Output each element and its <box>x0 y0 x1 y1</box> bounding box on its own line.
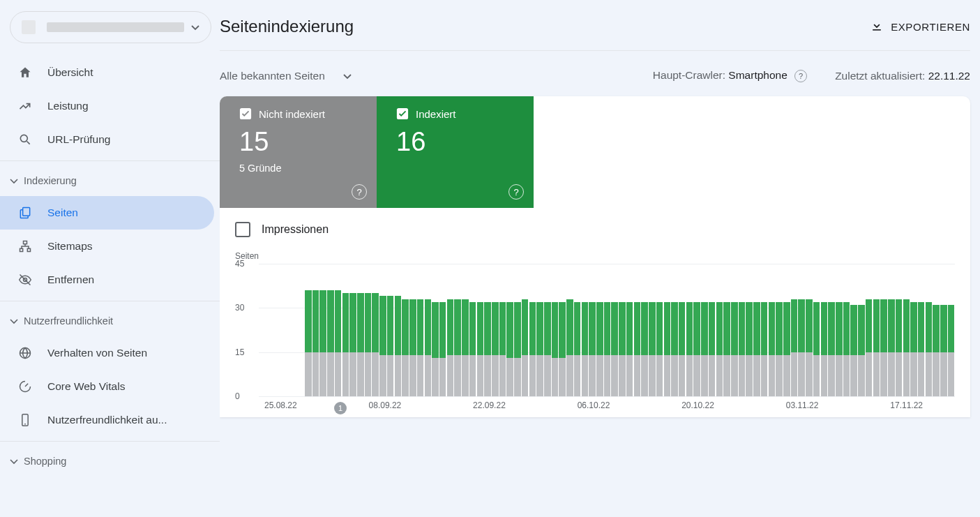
sidebar-item-removals[interactable]: Entfernen <box>0 263 214 297</box>
bar[interactable] <box>866 264 873 396</box>
bar[interactable] <box>701 264 708 396</box>
bar[interactable] <box>836 264 843 396</box>
bar[interactable] <box>499 264 506 396</box>
bar[interactable] <box>761 264 768 396</box>
bar[interactable] <box>395 264 402 396</box>
sidebar-item-pages[interactable]: Seiten <box>0 196 214 230</box>
help-icon[interactable]: ? <box>352 184 367 200</box>
impressions-toggle[interactable]: Impressionen <box>220 208 970 241</box>
bar[interactable] <box>439 264 446 396</box>
sidebar-section-shopping[interactable]: Shopping <box>0 446 214 477</box>
bar[interactable] <box>850 264 857 396</box>
bar[interactable] <box>896 264 903 396</box>
bar[interactable] <box>753 264 760 396</box>
bar[interactable] <box>432 264 439 396</box>
sidebar-section-indexing[interactable]: Indexierung <box>0 165 214 196</box>
bar[interactable] <box>484 264 491 396</box>
bar[interactable] <box>417 264 424 396</box>
bar[interactable] <box>425 264 432 396</box>
bar[interactable] <box>544 264 551 396</box>
bar[interactable] <box>566 264 573 396</box>
bar[interactable] <box>402 264 409 396</box>
bar[interactable] <box>739 264 746 396</box>
bar[interactable] <box>903 264 910 396</box>
filter-dropdown[interactable]: Alle bekannten Seiten <box>220 70 352 82</box>
bar[interactable] <box>948 264 955 396</box>
bar[interactable] <box>843 264 850 396</box>
bar[interactable] <box>664 264 671 396</box>
bar[interactable] <box>349 264 356 396</box>
bar[interactable] <box>940 264 947 396</box>
bar[interactable] <box>746 264 753 396</box>
sidebar-item-core-web-vitals[interactable]: Core Web Vitals <box>0 370 214 403</box>
bar[interactable] <box>589 264 596 396</box>
bar[interactable] <box>806 264 813 396</box>
bar[interactable] <box>372 264 379 396</box>
sidebar-item-mobile-usability[interactable]: Nutzerfreundlichkeit au... <box>0 403 214 437</box>
bar[interactable] <box>813 264 820 396</box>
bar[interactable] <box>783 264 790 396</box>
bar[interactable] <box>536 264 543 396</box>
bar[interactable] <box>686 264 693 396</box>
bar[interactable] <box>828 264 835 396</box>
bar[interactable] <box>731 264 738 396</box>
bar[interactable] <box>641 264 648 396</box>
bar[interactable] <box>798 264 805 396</box>
bar[interactable] <box>335 264 342 396</box>
bar[interactable] <box>918 264 925 396</box>
bar[interactable] <box>604 264 611 396</box>
bar[interactable] <box>933 264 940 396</box>
bar[interactable] <box>858 264 865 396</box>
bar[interactable] <box>514 264 521 396</box>
bar[interactable] <box>319 264 326 396</box>
bar[interactable] <box>679 264 686 396</box>
bar[interactable] <box>409 264 416 396</box>
bar[interactable] <box>342 264 349 396</box>
sidebar-item-performance[interactable]: Leistung <box>0 89 214 123</box>
tile-indexed[interactable]: Indexiert 16 ? <box>377 96 534 208</box>
bar[interactable] <box>312 264 319 396</box>
bar[interactable] <box>716 264 723 396</box>
bar[interactable] <box>910 264 917 396</box>
bar[interactable] <box>693 264 700 396</box>
sidebar-item-page-experience[interactable]: Verhalten von Seiten <box>0 336 214 370</box>
bar[interactable] <box>552 264 559 396</box>
bar[interactable] <box>447 264 454 396</box>
bar[interactable] <box>880 264 887 396</box>
bar[interactable] <box>365 264 372 396</box>
bar[interactable] <box>611 264 618 396</box>
bar[interactable] <box>619 264 626 396</box>
bar[interactable] <box>529 264 536 396</box>
bar[interactable] <box>888 264 895 396</box>
bar[interactable] <box>596 264 603 396</box>
bar[interactable] <box>462 264 469 396</box>
bar[interactable] <box>791 264 798 396</box>
sidebar-item-sitemaps[interactable]: Sitemaps <box>0 230 214 263</box>
bar[interactable] <box>506 264 513 396</box>
help-icon[interactable]: ? <box>794 70 807 82</box>
bar[interactable] <box>574 264 581 396</box>
bar[interactable] <box>477 264 484 396</box>
bar[interactable] <box>454 264 461 396</box>
bar[interactable] <box>522 264 529 396</box>
bar[interactable] <box>776 264 783 396</box>
bar[interactable] <box>582 264 589 396</box>
annotation-dot[interactable]: 1 <box>334 402 347 414</box>
bar[interactable] <box>723 264 730 396</box>
bar[interactable] <box>387 264 394 396</box>
bar[interactable] <box>559 264 566 396</box>
bar[interactable] <box>873 264 880 396</box>
bar[interactable] <box>671 264 678 396</box>
bar[interactable] <box>769 264 776 396</box>
help-icon[interactable]: ? <box>508 184 524 200</box>
bar[interactable] <box>469 264 476 396</box>
bar[interactable] <box>492 264 499 396</box>
export-button[interactable]: EXPORTIEREN <box>870 19 970 35</box>
sidebar-item-overview[interactable]: Übersicht <box>0 56 214 89</box>
bar[interactable] <box>656 264 663 396</box>
sidebar-item-url-inspect[interactable]: URL-Prüfung <box>0 123 214 156</box>
sidebar-section-ux[interactable]: Nutzerfreundlichkeit <box>0 306 214 336</box>
bar[interactable] <box>821 264 828 396</box>
bar[interactable] <box>634 264 641 396</box>
bar[interactable] <box>926 264 933 396</box>
